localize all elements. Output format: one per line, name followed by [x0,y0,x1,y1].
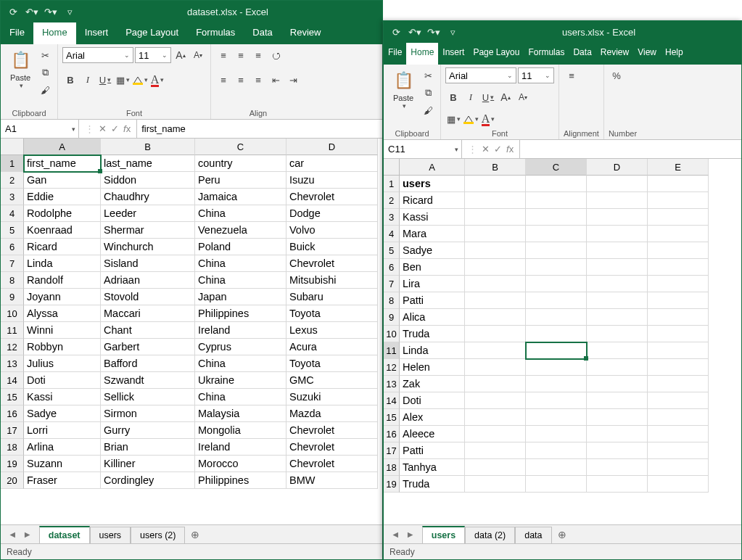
cell[interactable]: Chevrolet [287,439,378,456]
cell[interactable] [526,442,587,459]
copy-icon[interactable]: ⧉ [420,85,436,101]
redo-icon[interactable]: ↷▾ [426,24,442,40]
col-header[interactable]: D [587,159,648,176]
cell[interactable]: BMW [287,472,378,489]
decrease-font-icon[interactable]: A▾ [190,47,206,63]
cell[interactable] [587,426,648,442]
row-header[interactable]: 9 [384,309,400,326]
cell[interactable]: Randolf [24,272,101,289]
cell[interactable] [648,292,709,309]
cell[interactable]: Brian [101,439,195,456]
font-size-select[interactable]: 11⌄ [135,47,171,63]
sheet-tab-data[interactable]: data [515,527,551,543]
formula-input[interactable] [519,140,741,158]
tab-file[interactable]: File [384,43,406,65]
cell[interactable]: Bafford [101,355,195,372]
row-header[interactable]: 16 [1,405,24,422]
cell[interactable] [587,409,648,426]
col-header[interactable]: A [400,159,465,176]
cell[interactable] [526,242,587,259]
cell[interactable] [587,292,648,309]
cell[interactable] [648,259,709,276]
cell[interactable]: Tanhya [400,459,465,476]
cell[interactable] [648,426,709,442]
col-header[interactable]: C [526,159,587,176]
cell[interactable] [526,226,587,242]
cell[interactable]: Cordingley [101,472,195,489]
cell[interactable] [587,442,648,459]
font-family-select[interactable]: Arial⌄ [62,47,133,63]
row-header[interactable]: 7 [384,276,400,292]
cell[interactable]: Eddie [24,189,101,205]
underline-button[interactable]: U▾ [97,72,113,88]
cell[interactable]: Ireland [195,322,287,339]
cell[interactable]: Acura [287,339,378,355]
cell[interactable]: Mitsubishi [287,272,378,289]
cell[interactable]: Chevrolet [287,456,378,472]
cell[interactable]: Alica [400,309,465,326]
cell[interactable] [526,259,587,276]
cell[interactable] [648,326,709,342]
chevron-down-icon[interactable]: ▾ [18,82,23,89]
chevron-down-icon[interactable]: ⌄ [543,72,551,79]
sheet-tab-dataset[interactable]: dataset [39,526,90,543]
cell[interactable]: Garbert [101,339,195,355]
align-top-icon[interactable]: ≡ [215,47,231,63]
row-header[interactable]: 14 [384,392,400,409]
cell[interactable]: Chevrolet [287,255,378,272]
cell[interactable] [465,176,526,192]
fx-icon[interactable]: fx [506,144,514,155]
cell[interactable] [465,342,526,359]
cell[interactable]: Suzuki [287,389,378,405]
cell[interactable]: Philippines [195,472,287,489]
cell[interactable] [465,359,526,376]
chevron-down-icon[interactable]: ⌄ [506,72,513,79]
name-box[interactable]: A1▾ [1,120,79,138]
cell[interactable]: Joyann [24,289,101,305]
tab-scroll-right-icon[interactable]: ► [20,530,34,540]
tab-view[interactable]: View [633,43,661,65]
row-header[interactable]: 11 [1,322,24,339]
cell[interactable]: China [195,272,287,289]
cell[interactable]: users [400,176,465,192]
chevron-down-icon[interactable]: ⌄ [123,52,130,59]
row-header[interactable]: 16 [384,426,400,442]
cell[interactable]: Szwandt [101,372,195,389]
cell[interactable]: Fraser [24,472,101,489]
cell[interactable] [526,426,587,442]
name-box[interactable]: C11▾ [384,140,462,158]
decrease-font-icon[interactable]: A▾ [515,89,531,105]
cell[interactable] [526,326,587,342]
col-header[interactable]: A [24,139,101,155]
cell[interactable] [587,176,648,192]
cell[interactable]: Maccari [101,305,195,322]
cell[interactable]: Chaudhry [101,189,195,205]
row-header[interactable]: 19 [1,456,24,472]
cell[interactable]: Ireland [195,439,287,456]
tab-formulas[interactable]: Formulas [524,43,569,65]
font-color-button[interactable]: A▾ [480,111,496,127]
row-header[interactable]: 11 [384,342,400,359]
cell[interactable] [648,392,709,409]
cell[interactable]: China [195,355,287,372]
row-header[interactable]: 19 [384,476,400,493]
row-header[interactable]: 15 [384,409,400,426]
row-header[interactable]: 10 [1,305,24,322]
row-header[interactable]: 13 [384,376,400,392]
row-header[interactable]: 14 [1,372,24,389]
cell[interactable] [587,326,648,342]
cell[interactable] [648,176,709,192]
cell[interactable]: Mongolia [195,422,287,439]
increase-indent-icon[interactable]: ⇥ [285,72,301,88]
tab-scroll-left-icon[interactable]: ◄ [388,530,403,540]
tab-review[interactable]: Review [281,22,330,44]
cell[interactable] [587,242,648,259]
col-header[interactable]: C [195,139,287,155]
enter-icon[interactable]: ✓ [494,144,502,155]
format-painter-icon[interactable]: 🖌 [37,82,53,98]
cell[interactable]: last_name [101,155,195,172]
cell[interactable]: Zak [400,376,465,392]
cell[interactable] [465,309,526,326]
titlebar[interactable]: ⟳ ↶▾ ↷▾ ▿ dataset.xlsx - Excel [1,1,382,22]
cancel-icon[interactable]: ✕ [482,144,490,155]
